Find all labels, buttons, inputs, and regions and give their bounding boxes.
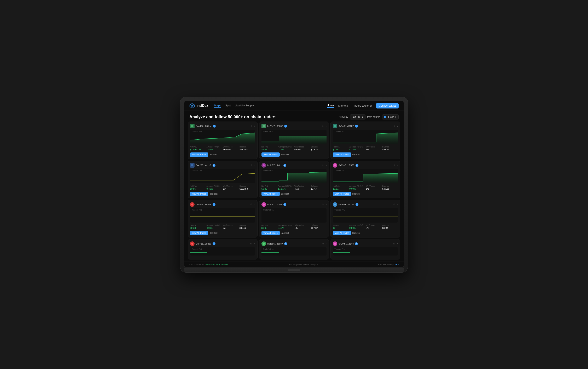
backtest-btn-3[interactable]: Backtest bbox=[209, 192, 217, 196]
view-all-trades-btn-7[interactable]: View All Trades bbox=[262, 231, 280, 235]
star-icon-6[interactable]: ☆ bbox=[250, 203, 253, 206]
star-icon-7[interactable]: ☆ bbox=[322, 203, 324, 206]
avatar-9 bbox=[190, 241, 195, 246]
backtest-btn-1[interactable]: Backtest bbox=[281, 153, 289, 157]
laptop-outer: InsiDex Perps Spot Liquidity Supply Home… bbox=[180, 97, 408, 273]
net-pnl-value-4: $0.82 bbox=[262, 187, 277, 190]
chart-area-6: Trader's PnL bbox=[190, 208, 255, 223]
star-icon-9[interactable]: ☆ bbox=[250, 242, 253, 245]
verified-badge-5: ✓ bbox=[355, 164, 358, 167]
star-icon-5[interactable]: ☆ bbox=[393, 164, 395, 167]
card-header-10: 0x4855...bde87 ✓ ☆ › bbox=[262, 241, 327, 246]
connect-wallet-button[interactable]: Connect Wallet bbox=[376, 103, 399, 109]
wallet-address-5: 0x63b3...c7578 bbox=[339, 164, 354, 166]
nav-right: Home Markets Traders Explorer Connect Wa… bbox=[327, 103, 399, 109]
star-icon-8[interactable]: ☆ bbox=[393, 203, 395, 206]
net-pnl-value-7: $0.05 bbox=[262, 227, 277, 229]
backtest-btn-8[interactable]: Backtest bbox=[353, 231, 360, 235]
card-header-11: 0x70f5...1b648 ✓ ☆ › bbox=[333, 241, 398, 246]
wallet-address-6: 0xa5c8...86426 bbox=[196, 203, 211, 206]
balance-value-1: $3.83K bbox=[311, 148, 327, 151]
roi-value-2: 4.33% bbox=[349, 148, 365, 151]
view-all-trades-btn-5[interactable]: View All Trades bbox=[333, 192, 351, 196]
nav-markets[interactable]: Markets bbox=[338, 104, 348, 107]
footer-updated: Last updated at: 07/04/2024 11:30:00 UTC bbox=[189, 263, 229, 266]
card-header-8: 0x7b21...3412b ✓ ☆ › bbox=[333, 202, 398, 207]
svg-rect-3 bbox=[191, 125, 193, 127]
balance-value-2: $41.24 bbox=[382, 148, 398, 151]
source-dropdown[interactable]: Bluefin ▾ bbox=[382, 114, 399, 120]
roi-value-7: 0.03% bbox=[278, 227, 294, 229]
svg-rect-5 bbox=[334, 125, 336, 127]
arrow-icon-5[interactable]: › bbox=[397, 164, 398, 167]
arrow-icon-9[interactable]: › bbox=[254, 242, 255, 245]
arrow-icon-4[interactable]: › bbox=[326, 164, 326, 167]
backtest-btn-5[interactable]: Backtest bbox=[353, 192, 360, 196]
chart-area-9: Trader's PnL bbox=[190, 247, 255, 256]
roi-value-3: 0.46% bbox=[206, 187, 222, 190]
wt-value-0: 308/621 bbox=[223, 148, 239, 151]
wt-label-0: Win/Trades bbox=[223, 146, 239, 148]
trader-card-3: 0xe235...4ccb6 ✓ ☆ › Trader's PnL bbox=[188, 161, 257, 198]
view-all-trades-btn-4[interactable]: View All Trades bbox=[262, 192, 280, 196]
arrow-icon-11[interactable]: › bbox=[397, 242, 398, 245]
star-icon-2[interactable]: ☆ bbox=[393, 124, 395, 128]
nav-home[interactable]: Home bbox=[327, 104, 334, 108]
nav-liquidity[interactable]: Liquidity Supply bbox=[235, 103, 254, 108]
trader-card-1: 0x78d7...83b07 ✓ ☆ › Trader's PnL bbox=[259, 122, 329, 159]
trader-card-8: 0x7b21...3412b ✓ ☆ › Trader's PnL bbox=[331, 200, 400, 237]
chart-area-2: Trader's PnL bbox=[333, 130, 398, 144]
backtest-btn-0[interactable]: Backtest bbox=[209, 153, 217, 157]
arrow-icon-6[interactable]: › bbox=[254, 203, 255, 206]
svg-rect-4 bbox=[263, 125, 265, 127]
view-all-trades-btn-1[interactable]: View All Trades bbox=[262, 153, 280, 157]
nav-spot[interactable]: Spot bbox=[225, 103, 231, 108]
card-header-2: 0x543f...d01b7 ✓ ☆ › bbox=[333, 124, 398, 128]
view-all-trades-btn-0[interactable]: View All Trades bbox=[190, 153, 208, 157]
stats-row-8: Net PnL $0 Average ROI(%) 0.00% Win/Trad… bbox=[333, 224, 398, 229]
arrow-icon-3[interactable]: › bbox=[254, 164, 255, 167]
net-pnl-value-1: $4.56 bbox=[262, 148, 277, 151]
view-all-trades-btn-2[interactable]: View All Trades bbox=[333, 153, 351, 157]
trader-card-9: 0x073c...3bad0 ✓ ☆ › Trader's PnL bbox=[188, 239, 257, 259]
wt-value-6: 2/5 bbox=[223, 227, 239, 229]
view-all-trades-btn-6[interactable]: View All Trades bbox=[190, 231, 208, 235]
backtest-btn-7[interactable]: Backtest bbox=[281, 231, 289, 235]
action-btns-1: View All Trades Backtest bbox=[262, 153, 327, 157]
arrow-icon-2[interactable]: › bbox=[397, 124, 398, 128]
nav-traders-explorer[interactable]: Traders Explorer bbox=[352, 104, 372, 107]
view-all-trades-btn-3[interactable]: View All Trades bbox=[190, 192, 208, 196]
arrow-icon-8[interactable]: › bbox=[397, 203, 398, 206]
view-by-dropdown[interactable]: Top PnL ▾ bbox=[350, 114, 365, 120]
trader-card-6: 0xa5c8...86426 ✓ ☆ › Trader's PnL bbox=[188, 200, 257, 237]
view-all-trades-btn-8[interactable]: View All Trades bbox=[333, 231, 351, 235]
chart-area-8: Trader's PnL bbox=[333, 208, 398, 223]
arrow-icon-1[interactable]: › bbox=[326, 124, 326, 128]
star-icon-0[interactable]: ☆ bbox=[250, 124, 253, 128]
wallet-address-1: 0x78d7...83b07 bbox=[267, 125, 283, 127]
traders-grid: 0x4d97...881ee ✓ ☆ › Trader's PnL bbox=[184, 122, 404, 262]
footer-center: InsiDex | DeFi Traders Analytics bbox=[289, 263, 318, 266]
verified-badge-9: ✓ bbox=[213, 242, 216, 245]
hero-section: Analyze and follow 50,000+ on-chain trad… bbox=[184, 111, 404, 122]
chart-area-7: Trader's PnL bbox=[262, 208, 327, 223]
roi-value-8: 0.00% bbox=[349, 227, 365, 229]
backtest-btn-4[interactable]: Backtest bbox=[281, 192, 289, 196]
arrow-icon-7[interactable]: › bbox=[326, 203, 326, 206]
action-btns-2: View All Trades Backtest bbox=[333, 153, 398, 157]
stats-row-0: Net PnL $13,912.58 Average ROI(%) 1.47% … bbox=[190, 146, 255, 151]
star-icon-1[interactable]: ☆ bbox=[322, 124, 324, 128]
backtest-btn-6[interactable]: Backtest bbox=[209, 231, 217, 235]
net-pnl-value-3: $0.86 bbox=[190, 187, 206, 190]
arrow-icon-10[interactable]: › bbox=[326, 242, 326, 245]
star-icon-3[interactable]: ☆ bbox=[250, 164, 253, 167]
star-icon-10[interactable]: ☆ bbox=[322, 242, 324, 245]
arrow-icon-0[interactable]: › bbox=[254, 124, 255, 128]
backtest-btn-2[interactable]: Backtest bbox=[353, 153, 360, 157]
net-pnl-value-0: $13,912.58 bbox=[190, 148, 206, 151]
avatar-1 bbox=[262, 124, 266, 128]
star-icon-4[interactable]: ☆ bbox=[322, 164, 324, 167]
nav-perps[interactable]: Perps bbox=[214, 103, 221, 108]
star-icon-11[interactable]: ☆ bbox=[393, 242, 395, 245]
source-dot bbox=[384, 116, 386, 118]
